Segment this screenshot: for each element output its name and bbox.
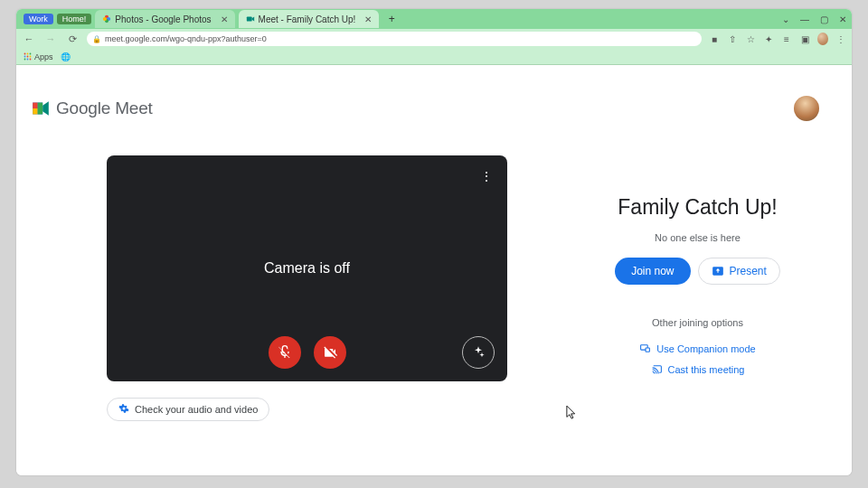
cast-icon xyxy=(651,363,663,375)
extensions-icon[interactable]: ✦ xyxy=(763,34,774,44)
new-tab-button[interactable]: + xyxy=(384,12,399,26)
svg-point-9 xyxy=(27,56,29,58)
globe-icon: 🌐 xyxy=(61,52,71,61)
svg-point-12 xyxy=(27,59,29,61)
svg-point-13 xyxy=(30,59,32,61)
close-tab-icon[interactable]: ✕ xyxy=(221,14,228,24)
profile-avatar-small[interactable] xyxy=(817,33,828,45)
sparkle-icon xyxy=(471,345,486,360)
cast-label: Cast this meeting xyxy=(668,364,745,375)
cast-meeting-link[interactable]: Cast this meeting xyxy=(651,363,745,375)
bookmark-star-icon[interactable]: ☆ xyxy=(745,34,756,44)
apps-label: Apps xyxy=(34,52,53,61)
visual-effects-button[interactable] xyxy=(462,336,495,369)
forward-button[interactable]: → xyxy=(43,32,58,46)
photos-favicon-icon xyxy=(102,14,111,23)
join-now-button[interactable]: Join now xyxy=(615,258,690,285)
settings-check-icon xyxy=(118,403,129,416)
preview-more-options[interactable]: ⋮ xyxy=(478,168,495,184)
participants-status: No one else is here xyxy=(655,232,741,243)
address-bar[interactable]: 🔒 meet.google.com/wgo-qndu-ppx?authuser=… xyxy=(87,32,702,46)
meet-favicon-icon xyxy=(246,14,255,23)
companion-mode-link[interactable]: Use Companion mode xyxy=(639,343,755,354)
companion-label: Use Companion mode xyxy=(656,343,755,354)
user-avatar[interactable] xyxy=(794,96,819,121)
meet-logo-icon xyxy=(31,100,51,117)
camera-toggle-button[interactable] xyxy=(314,336,346,369)
bookmarks-bar: Apps 🌐 xyxy=(16,49,852,65)
mic-off-icon xyxy=(278,345,292,360)
close-tab-icon[interactable]: ✕ xyxy=(364,14,372,24)
tab-photos[interactable]: Photos - Google Photos ✕ xyxy=(95,10,234,28)
side-panel-icon[interactable]: ▣ xyxy=(799,34,810,44)
svg-point-7 xyxy=(30,53,32,55)
kebab-icon: ⋮ xyxy=(480,169,493,183)
workspace-pill-work[interactable]: Work xyxy=(24,14,53,24)
svg-point-6 xyxy=(27,53,29,55)
check-audio-video-button[interactable]: Check your audio and video xyxy=(107,398,269,421)
url-text: meet.google.com/wgo-qndu-ppx?authuser=0 xyxy=(105,34,267,43)
check-av-label: Check your audio and video xyxy=(135,404,258,415)
tab-label: Meet - Family Catch Up! xyxy=(259,14,356,24)
browser-toolbar: ← → ⟳ 🔒 meet.google.com/wgo-qndu-ppx?aut… xyxy=(16,29,852,49)
video-indicator-icon[interactable]: ■ xyxy=(709,34,720,44)
svg-point-3 xyxy=(103,17,107,21)
minimize-icon[interactable]: — xyxy=(800,14,809,24)
brand-text: Google Meet xyxy=(56,99,153,118)
camera-off-icon xyxy=(323,345,337,360)
mic-toggle-button[interactable] xyxy=(269,336,301,369)
chrome-menu-icon[interactable]: ⋮ xyxy=(835,34,846,44)
present-button[interactable]: Present xyxy=(698,258,780,285)
globe-bookmark[interactable]: 🌐 xyxy=(61,52,71,61)
tab-label: Photos - Google Photos xyxy=(115,14,211,24)
chevron-down-icon[interactable]: ⌄ xyxy=(782,14,789,24)
reload-button[interactable]: ⟳ xyxy=(65,32,80,46)
maximize-icon[interactable]: ▢ xyxy=(820,14,828,24)
present-label: Present xyxy=(730,265,767,277)
svg-rect-4 xyxy=(246,17,251,22)
apps-bookmark[interactable]: Apps xyxy=(24,52,53,61)
camera-status-text: Camera is off xyxy=(264,260,350,277)
meeting-title: Family Catch Up! xyxy=(618,195,777,220)
apps-grid-icon xyxy=(24,52,32,61)
svg-point-10 xyxy=(30,56,32,58)
reading-list-icon[interactable]: ≡ xyxy=(781,34,792,44)
svg-point-11 xyxy=(24,59,26,61)
meet-brand[interactable]: Google Meet xyxy=(31,99,153,118)
page-content: Google Meet ⋮ Camera is off xyxy=(16,65,852,475)
share-icon[interactable]: ⇧ xyxy=(727,34,738,44)
companion-icon xyxy=(639,343,651,354)
video-preview: ⋮ Camera is off xyxy=(107,155,507,381)
present-screen-icon xyxy=(712,265,724,277)
browser-tabstrip: Work Home! Photos - Google Photos ✕ Meet… xyxy=(16,9,852,29)
svg-point-5 xyxy=(24,53,26,55)
close-window-icon[interactable]: ✕ xyxy=(839,14,846,24)
workspace-pill-home[interactable]: Home! xyxy=(57,14,92,24)
back-button[interactable]: ← xyxy=(22,32,36,46)
svg-rect-15 xyxy=(646,348,649,352)
lock-icon: 🔒 xyxy=(92,35,101,43)
tab-meet[interactable]: Meet - Family Catch Up! ✕ xyxy=(239,10,380,28)
svg-point-8 xyxy=(24,56,26,58)
other-options-heading: Other joining options xyxy=(652,317,743,328)
window-controls: ⌄ — ▢ ✕ xyxy=(782,9,846,29)
